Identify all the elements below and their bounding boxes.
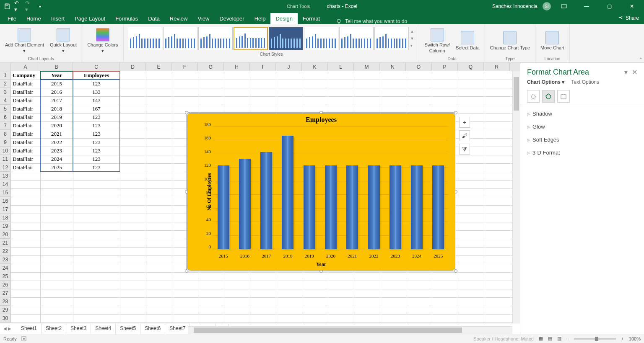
zoom-level[interactable]: 100% bbox=[629, 336, 641, 341]
row-header-5[interactable]: 5 bbox=[0, 105, 10, 113]
cell[interactable]: DataFlair bbox=[11, 138, 40, 147]
row-header-27[interactable]: 27 bbox=[0, 289, 10, 297]
sheet-tab-sheet2[interactable]: Sheet2 bbox=[42, 324, 66, 334]
soft-edges-section[interactable]: Soft Edges bbox=[520, 133, 644, 146]
style-thumb-4[interactable] bbox=[234, 27, 268, 50]
quick-layout-button[interactable]: Quick Layout ▾ bbox=[47, 26, 79, 56]
zoom-out-button[interactable]: − bbox=[566, 336, 569, 341]
tell-me-search[interactable]: Tell me what you want to do bbox=[336, 18, 407, 24]
col-header-M[interactable]: M bbox=[354, 63, 380, 71]
style-thumb-1[interactable] bbox=[128, 27, 162, 50]
row-header-17[interactable]: 17 bbox=[0, 205, 10, 214]
fill-line-icon[interactable] bbox=[527, 90, 540, 103]
bar[interactable] bbox=[390, 165, 401, 249]
bar[interactable] bbox=[411, 165, 423, 249]
row-header-16[interactable]: 16 bbox=[0, 197, 10, 205]
cell[interactable]: DataFlair bbox=[11, 96, 40, 105]
user-avatar[interactable]: SI bbox=[543, 2, 551, 10]
switch-row-col-button[interactable]: Switch Row/ Column bbox=[422, 26, 452, 56]
cell[interactable]: DataFlair bbox=[11, 130, 40, 138]
row-header-1[interactable]: 1 bbox=[0, 71, 10, 80]
col-header-E[interactable]: E bbox=[146, 63, 172, 71]
cell[interactable]: DataFlair bbox=[11, 163, 40, 172]
row-header-29[interactable]: 29 bbox=[0, 306, 10, 314]
row-header-14[interactable]: 14 bbox=[0, 180, 10, 188]
share-button[interactable]: Share bbox=[618, 15, 639, 21]
qat-customize-icon[interactable]: ▾ bbox=[36, 3, 44, 10]
gallery-down-icon[interactable]: ▼ bbox=[410, 36, 414, 41]
col-header-Q[interactable]: Q bbox=[458, 63, 484, 71]
macro-record-icon[interactable] bbox=[21, 336, 27, 342]
bar[interactable] bbox=[325, 165, 337, 249]
tab-formulas[interactable]: Formulas bbox=[110, 13, 143, 24]
zoom-in-button[interactable]: + bbox=[621, 336, 623, 341]
row-header-22[interactable]: 22 bbox=[0, 247, 10, 255]
sheet-tab-sheet7[interactable]: Sheet7 bbox=[165, 324, 190, 334]
ribbon-display-icon[interactable] bbox=[554, 0, 574, 13]
style-thumb-5[interactable] bbox=[269, 27, 303, 50]
row-header-4[interactable]: 4 bbox=[0, 96, 10, 105]
cell[interactable]: DataFlair bbox=[11, 147, 40, 155]
select-all-corner[interactable] bbox=[0, 63, 11, 71]
cell[interactable]: Company bbox=[11, 71, 40, 80]
change-colors-button[interactable]: Change Colors ▾ bbox=[85, 26, 120, 56]
tab-format[interactable]: Format bbox=[298, 13, 325, 24]
chart-options-tab[interactable]: Chart Options ▾ bbox=[527, 79, 564, 85]
row-header-2[interactable]: 2 bbox=[0, 80, 10, 88]
chart-filters-button[interactable]: ⧩ bbox=[459, 144, 470, 155]
row-header-26[interactable]: 26 bbox=[0, 281, 10, 289]
col-header-F[interactable]: F bbox=[172, 63, 198, 71]
x-axis-label[interactable]: Year bbox=[187, 261, 455, 268]
style-thumb-2[interactable] bbox=[163, 27, 197, 50]
row-header-28[interactable]: 28 bbox=[0, 297, 10, 306]
tab-insert[interactable]: Insert bbox=[46, 13, 70, 24]
plot-area[interactable]: 2015201620172018201920202021202220232024… bbox=[213, 128, 448, 249]
tab-home[interactable]: Home bbox=[21, 13, 46, 24]
tab-review[interactable]: Review bbox=[165, 13, 193, 24]
undo-icon[interactable]: ↶ ▾ bbox=[14, 3, 22, 10]
bar[interactable] bbox=[260, 152, 272, 249]
pane-close-icon[interactable]: ✕ bbox=[632, 68, 637, 76]
row-header-13[interactable]: 13 bbox=[0, 172, 10, 180]
tab-page-layout[interactable]: Page Layout bbox=[70, 13, 110, 24]
add-chart-element-button[interactable]: Add Chart Element ▾ bbox=[3, 26, 47, 56]
row-header-3[interactable]: 3 bbox=[0, 88, 10, 96]
glow-section[interactable]: Glow bbox=[520, 120, 644, 133]
sheet-tab-sheet3[interactable]: Sheet3 bbox=[66, 324, 91, 334]
row-header-21[interactable]: 21 bbox=[0, 239, 10, 247]
bar[interactable] bbox=[239, 159, 251, 249]
col-header-D[interactable]: D bbox=[120, 63, 146, 71]
cell[interactable]: DataFlair bbox=[11, 121, 40, 130]
row-header-18[interactable]: 18 bbox=[0, 214, 10, 222]
tab-design[interactable]: Design bbox=[270, 13, 297, 24]
col-header-I[interactable]: I bbox=[250, 63, 276, 71]
size-properties-icon[interactable] bbox=[557, 90, 570, 103]
col-header-L[interactable]: L bbox=[328, 63, 354, 71]
bar[interactable] bbox=[432, 165, 444, 249]
row-header-12[interactable]: 12 bbox=[0, 163, 10, 172]
col-header-B[interactable]: B bbox=[40, 63, 73, 71]
col-header-N[interactable]: N bbox=[380, 63, 406, 71]
row-header-8[interactable]: 8 bbox=[0, 130, 10, 138]
chart-styles-gallery[interactable]: ▲ ▼ ▾ bbox=[126, 25, 417, 52]
bar[interactable] bbox=[304, 165, 315, 249]
tab-view[interactable]: View bbox=[192, 13, 214, 24]
bar[interactable] bbox=[368, 165, 380, 249]
cell[interactable]: DataFlair bbox=[11, 105, 40, 113]
row-header-6[interactable]: 6 bbox=[0, 113, 10, 121]
redo-icon[interactable]: ↷ ▾ bbox=[25, 3, 33, 10]
3d-format-section[interactable]: 3-D Format bbox=[520, 146, 644, 159]
col-header-H[interactable]: H bbox=[224, 63, 250, 71]
gallery-up-icon[interactable]: ▲ bbox=[410, 29, 414, 34]
col-header-A[interactable]: A bbox=[11, 63, 40, 71]
col-header-P[interactable]: P bbox=[432, 63, 458, 71]
vertical-scrollbar[interactable] bbox=[512, 71, 520, 323]
embedded-chart[interactable]: EmployeesNo Of EmployeesYear020406080100… bbox=[187, 113, 455, 271]
chart-styles-button[interactable]: 🖌 bbox=[459, 130, 470, 141]
pane-options-icon[interactable]: ▾ bbox=[624, 68, 628, 76]
chart-title[interactable]: Employees bbox=[187, 113, 455, 124]
row-header-7[interactable]: 7 bbox=[0, 121, 10, 130]
sheet-tab-sheet4[interactable]: Sheet4 bbox=[91, 324, 116, 334]
sheet-tab-sheet5[interactable]: Sheet5 bbox=[116, 324, 140, 334]
style-thumb-7[interactable] bbox=[339, 27, 374, 50]
